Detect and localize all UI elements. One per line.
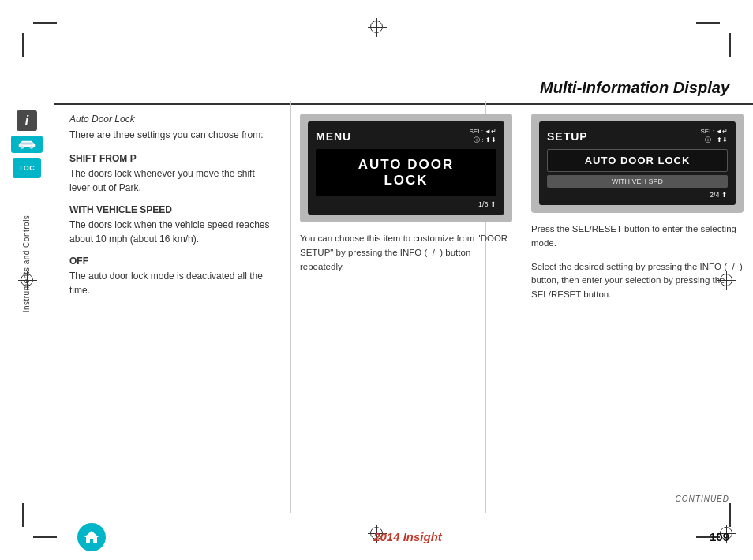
lcd-setup-display: SETUP SEL: ◄↵ ⓘ : ⬆⬇ AUTO DOOR LOCK WITH… [531,114,744,213]
svg-point-0 [21,146,24,149]
setting-desc-3: The auto door lock mode is deactivated a… [69,269,275,297]
page-number: 109 [710,530,729,543]
toc-label: TOC [19,164,35,172]
crosshair-top-center [370,21,383,33]
section-title: Auto Door Lock [69,114,275,125]
lcd-setup-inner: SETUP SEL: ◄↵ ⓘ : ⬆⬇ AUTO DOOR LOCK WITH… [539,121,736,205]
intro-text: There are three settings you can choose … [69,128,275,142]
lcd-setup-sel-row: SEL: ◄↵ [701,128,728,135]
page-footer: 2014 Insight 109 [54,513,753,560]
svg-marker-3 [84,531,99,543]
lcd-setup-header-row: SETUP SEL: ◄↵ ⓘ : ⬆⬇ [547,128,728,144]
right-description-1: Press the SEL/RESET button to enter the … [531,222,744,251]
sidebar-car-icon [11,136,43,153]
middle-description: You can choose this item to customize fr… [300,232,512,274]
home-icon [84,530,99,544]
lcd-menu-footer: 1/6 ⬆ [316,200,496,208]
footer-title: 2014 Insight [373,530,442,543]
lcd-menu-header-row: MENU SEL: ◄↵ ⓘ : ⬆⬇ [316,128,496,144]
page-title: Multi-Information Display [540,79,729,97]
lcd-menu-inner: MENU SEL: ◄↵ ⓘ : ⬆⬇ AUTO DOORLOCK 1/6 ⬆ [308,121,504,215]
sidebar: i TOC Instruments and Controls [0,0,54,560]
setting-desc-1: The doors lock whenever you move the shi… [69,166,275,195]
sidebar-toc-button[interactable]: TOC [13,158,41,178]
lcd-setup-title-text: SETUP [547,130,588,143]
setting-heading-1: SHIFT FROM P [69,153,275,164]
text-panel: Auto Door Lock There are three settings … [54,101,290,513]
corner-bracket-tr-h [696,22,720,24]
lcd-menu-main-label: AUTO DOORLOCK [316,149,496,196]
lcd-setup-sub-label: WITH VEH SPD [547,175,728,188]
lcd-setup-main-label: AUTO DOOR LOCK [547,149,728,172]
svg-point-1 [30,146,33,149]
sidebar-info-icon: i [17,110,37,131]
lcd-info-row: ⓘ : ⬆⬇ [474,136,496,144]
middle-panel: MENU SEL: ◄↵ ⓘ : ⬆⬇ AUTO DOORLOCK 1/6 ⬆ … [290,101,522,513]
corner-bracket-tr-v [729,33,731,57]
sidebar-rotated-text: Instruments and Controls [23,215,32,312]
lcd-menu-title: MENU [316,130,351,143]
main-content: Auto Door Lock There are three settings … [54,101,753,513]
setting-heading-2: WITH VEHICLE SPEED [69,204,275,215]
lcd-menu-display: MENU SEL: ◄↵ ⓘ : ⬆⬇ AUTO DOORLOCK 1/6 ⬆ [300,114,512,222]
lcd-sel-row: SEL: ◄↵ [470,128,496,135]
car-svg [16,139,38,150]
svg-rect-2 [21,143,33,145]
continued-label: CONTINUED [676,495,729,503]
home-button[interactable] [77,523,106,551]
right-panel: SETUP SEL: ◄↵ ⓘ : ⬆⬇ AUTO DOOR LOCK WITH… [522,101,753,513]
lcd-setup-info-row: ⓘ : ⬆⬇ [705,136,728,144]
right-description-2: Select the desired setting by pressing t… [531,260,744,302]
setting-desc-2: The doors lock when the vehicle speed re… [69,218,275,246]
setting-heading-3: OFF [69,256,275,267]
lcd-setup-footer: 2/4 ⬆ [547,191,728,199]
